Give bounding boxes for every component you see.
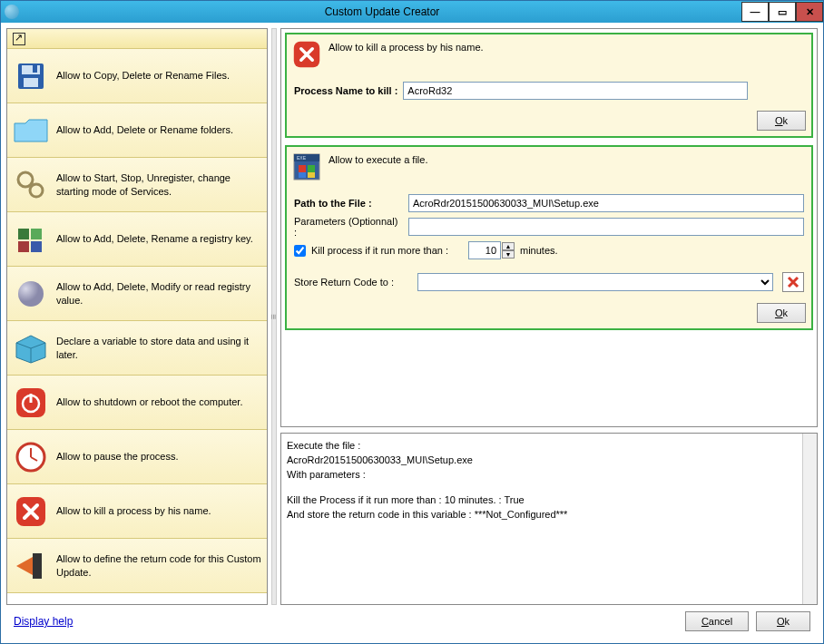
spin-down-icon[interactable]: ▼ [502, 250, 515, 259]
x-icon [292, 40, 321, 69]
window-title: Custom Update Creator [23, 5, 741, 18]
svg-rect-7 [31, 229, 42, 239]
svg-text:EXE: EXE [297, 155, 307, 161]
x-icon [13, 493, 49, 530]
sidebar-item-kill[interactable]: Allow to kill a process by his name. [7, 484, 267, 539]
action-card-kill-process: Allow to kill a process by his name. Pro… [285, 33, 813, 138]
close-button[interactable]: ✕ [796, 2, 823, 22]
process-name-input[interactable] [403, 82, 748, 100]
sidebar-item-shutdown[interactable]: Allow to shutdown or reboot the computer… [7, 376, 267, 430]
svg-rect-2 [24, 78, 38, 87]
kill-timeout-checkbox[interactable] [294, 245, 306, 257]
svg-rect-23 [299, 165, 306, 172]
clock-icon [13, 439, 49, 475]
log-panel: Execute the file : AcroRdr20151500630033… [280, 433, 818, 605]
floppy-icon [13, 58, 49, 94]
log-line: With parameters : [287, 468, 811, 483]
box-icon [13, 330, 49, 366]
actions-canvas: Allow to kill a process by his name. Pro… [280, 28, 818, 427]
sidebar-item-registry-key[interactable]: Allow to Add, Delete, Rename a registry … [7, 212, 267, 267]
sidebar-item-return-code[interactable]: Allow to define the return code for this… [7, 539, 267, 593]
svg-rect-3 [33, 65, 37, 73]
titlebar: Custom Update Creator — ▭ ✕ [1, 1, 823, 23]
sidebar-item-label: Allow to Add, Delete, Rename a registry … [56, 232, 261, 245]
svg-rect-25 [299, 172, 306, 178]
params-input[interactable] [408, 218, 804, 236]
ok-button[interactable]: Ok [756, 611, 810, 631]
splitter[interactable] [271, 28, 277, 605]
ok-button[interactable]: Ok [757, 303, 806, 323]
sidebar-item-label: Allow to kill a process by his name. [56, 504, 261, 517]
log-line: Execute the file : [287, 439, 811, 454]
scrollbar[interactable] [802, 434, 817, 604]
sphere-icon [13, 276, 49, 312]
clear-return-button[interactable] [782, 272, 804, 292]
sidebar-item-services[interactable]: Allow to Start, Stop, Unregister, change… [7, 158, 267, 212]
svg-rect-9 [31, 241, 42, 252]
svg-point-5 [30, 184, 43, 197]
maximize-button[interactable]: ▭ [769, 2, 796, 22]
popout-icon[interactable] [13, 33, 25, 45]
spin-up-icon[interactable]: ▲ [502, 242, 515, 250]
sidebar-item-label: Allow to shutdown or reboot the computer… [56, 395, 261, 408]
card-description: Allow to execute a file. [329, 152, 427, 165]
minutes-suffix: minutes. [520, 245, 558, 256]
path-label: Path to the File : [294, 198, 403, 209]
sidebar-item-label: Allow to Start, Stop, Unregister, change… [56, 171, 261, 198]
cancel-button[interactable]: Cancel [685, 611, 749, 631]
process-name-label: Process Name to kill : [294, 85, 397, 96]
kill-minutes-input[interactable] [468, 241, 501, 259]
log-line: AcroRdr20151500630033_MUI\Setup.exe [287, 454, 811, 468]
sidebar-item-label: Allow to Add, Delete, Modify or read reg… [56, 280, 261, 307]
svg-rect-26 [308, 172, 315, 178]
sidebar-item-label: Allow to Copy, Delete or Rename Files. [56, 69, 261, 82]
power-icon [13, 385, 49, 421]
sidebar-item-label: Allow to define the return code for this… [56, 552, 261, 579]
registry-cube-icon [13, 221, 49, 258]
svg-rect-8 [18, 241, 29, 252]
log-line: And store the return code in this variab… [287, 508, 811, 522]
params-label: Parameters (Optionnal) : [294, 216, 403, 238]
path-input[interactable] [408, 194, 804, 212]
action-card-execute-file: EXE Allow to execute a file. Path to the… [285, 145, 813, 330]
app-icon [5, 5, 19, 19]
svg-point-10 [18, 281, 44, 307]
svg-rect-18 [33, 553, 42, 579]
sidebar-item-files[interactable]: Allow to Copy, Delete or Rename Files. [7, 49, 267, 103]
svg-rect-6 [18, 229, 29, 239]
folder-icon [13, 112, 49, 149]
footer: Display help Cancel Ok [6, 605, 818, 638]
exe-icon: EXE [292, 152, 321, 181]
store-return-label: Store Return Code to : [294, 277, 412, 288]
palette-header [7, 29, 267, 49]
sidebar-item-pause[interactable]: Allow to pause the process. [7, 430, 267, 484]
card-description: Allow to kill a process by his name. [329, 40, 484, 53]
svg-point-4 [18, 172, 33, 187]
x-icon [786, 275, 800, 289]
ok-button[interactable]: Ok [757, 111, 806, 131]
sidebar-item-registry-value[interactable]: Allow to Add, Delete, Modify or read reg… [7, 267, 267, 321]
sidebar-item-label: Declare a variable to store data and usi… [56, 335, 261, 361]
return-icon [13, 548, 49, 584]
log-line: Kill the Process if it run more than : 1… [287, 493, 811, 508]
display-help-link[interactable]: Display help [14, 615, 73, 628]
actions-palette: Allow to Copy, Delete or Rename Files. A… [6, 28, 268, 605]
minimize-button[interactable]: — [741, 2, 769, 22]
kill-timeout-label: Kill process if it run more than : [311, 245, 448, 256]
gears-icon [13, 167, 49, 203]
sidebar-item-folders[interactable]: Allow to Add, Delete or Rename folders. [7, 103, 267, 158]
svg-rect-24 [308, 165, 315, 172]
sidebar-item-label: Allow to pause the process. [56, 450, 261, 463]
store-return-select[interactable] [417, 273, 773, 291]
sidebar-item-label: Allow to Add, Delete or Rename folders. [56, 123, 261, 136]
sidebar-item-variable[interactable]: Declare a variable to store data and usi… [7, 321, 267, 376]
